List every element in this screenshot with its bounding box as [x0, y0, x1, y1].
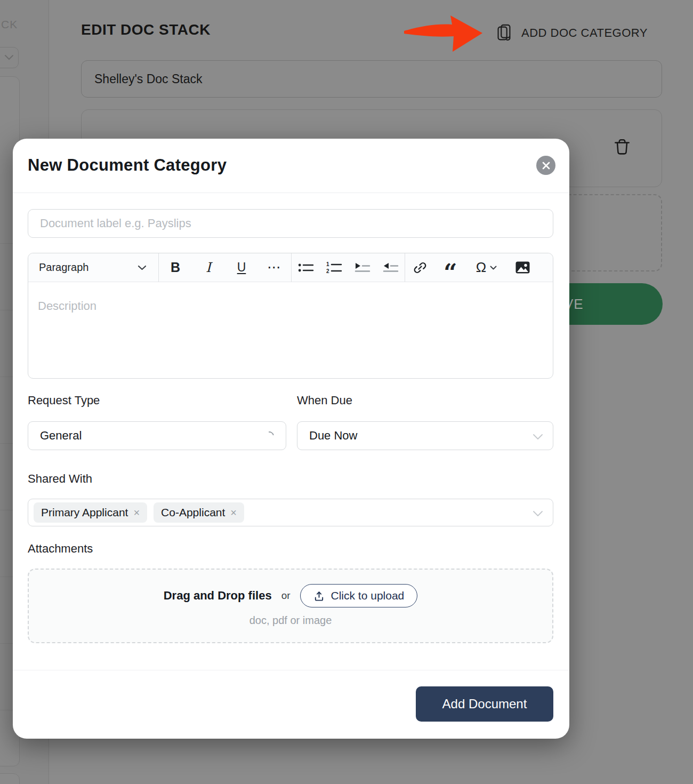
chevron-down-icon	[4, 54, 14, 60]
divider	[13, 670, 569, 670]
insert-image-button[interactable]	[506, 253, 538, 282]
indent-button[interactable]	[348, 253, 376, 282]
or-text: or	[281, 590, 291, 602]
page-root: CK EDIT DOC STACK ADD DOC CATEGORY Shell…	[0, 0, 693, 784]
dropzone-row: Drag and Drop files or Click to upload	[29, 583, 552, 608]
bullet-list-icon	[298, 262, 314, 274]
annotation-arrow-icon	[403, 13, 484, 54]
add-doc-category-button[interactable]: ADD DOC CATEGORY	[494, 22, 648, 44]
sidebar-select-partial[interactable]	[0, 47, 19, 68]
svg-text:2: 2	[326, 268, 329, 274]
sidebar-panel	[0, 773, 20, 784]
italic-button[interactable]: I	[192, 253, 225, 282]
shared-tag-label: Co-Applicant	[161, 506, 225, 519]
close-icon	[542, 162, 550, 170]
click-to-upload-label: Click to upload	[331, 589, 405, 602]
copy-doc-icon	[494, 22, 514, 44]
modal-title: New Document Category	[28, 156, 227, 175]
attachments-label: Attachments	[28, 542, 93, 556]
chevron-down-icon	[533, 510, 543, 517]
indent-icon	[354, 262, 370, 273]
request-type-select[interactable]: General	[28, 421, 286, 450]
shared-with-label: Shared With	[28, 472, 92, 486]
drag-drop-text: Drag and Drop files	[164, 589, 272, 603]
trash-icon[interactable]	[613, 138, 632, 157]
click-to-upload-button[interactable]: Click to upload	[300, 584, 418, 607]
document-label-input[interactable]	[28, 209, 553, 238]
doc-stack-name-input[interactable]: Shelley's Doc Stack	[81, 60, 662, 98]
link-button[interactable]	[405, 253, 434, 282]
add-doc-category-label: ADD DOC CATEGORY	[521, 26, 648, 40]
bold-button[interactable]: B	[159, 253, 192, 282]
link-icon	[413, 260, 428, 275]
image-icon	[515, 261, 530, 274]
numbered-list-icon: 1 2	[326, 261, 342, 274]
loading-spinner-icon	[263, 430, 276, 443]
when-due-value: Due Now	[309, 429, 357, 443]
description-placeholder: Description	[38, 299, 96, 313]
when-due-select[interactable]: Due Now	[297, 421, 553, 450]
special-character-button[interactable]: Ω	[466, 253, 506, 282]
add-document-button[interactable]: Add Document	[416, 686, 553, 722]
file-types-hint: doc, pdf or image	[29, 614, 552, 627]
description-textarea[interactable]: Description	[28, 282, 553, 379]
chevron-down-icon	[138, 265, 147, 270]
shared-with-select[interactable]: Primary Applicant × Co-Applicant ×	[28, 499, 553, 526]
doc-stack-name-value: Shelley's Doc Stack	[94, 72, 203, 86]
divider	[13, 193, 569, 193]
numbered-list-button[interactable]: 1 2	[320, 253, 348, 282]
request-type-label: Request Type	[28, 394, 100, 407]
page-title: EDIT DOC STACK	[81, 21, 211, 38]
request-type-value: General	[40, 429, 82, 443]
bullet-list-button[interactable]	[292, 253, 320, 282]
shared-tag: Co-Applicant ×	[154, 502, 244, 523]
outdent-button[interactable]	[376, 253, 405, 282]
underline-button[interactable]: U	[225, 253, 258, 282]
when-due-label: When Due	[297, 394, 352, 407]
remove-tag-icon[interactable]: ×	[133, 507, 140, 518]
omega-icon: Ω	[476, 259, 486, 276]
more-formatting-button[interactable]: ⋯	[258, 253, 291, 282]
back-link-partial[interactable]: CK	[1, 18, 18, 31]
shared-tag: Primary Applicant ×	[34, 502, 147, 523]
chevron-down-icon	[490, 266, 497, 270]
svg-text:1: 1	[326, 261, 329, 267]
upload-icon	[313, 590, 325, 602]
shared-tag-label: Primary Applicant	[41, 506, 128, 519]
close-button[interactable]	[536, 156, 555, 175]
outdent-icon	[383, 262, 399, 273]
new-document-category-modal: New Document Category Paragraph B I U ⋯	[13, 139, 569, 739]
paragraph-style-dropdown[interactable]: Paragraph	[28, 253, 158, 282]
description-editor: Paragraph B I U ⋯ 1	[28, 253, 553, 379]
paragraph-style-label: Paragraph	[39, 261, 88, 274]
attachments-dropzone[interactable]: Drag and Drop files or Click to upload d…	[28, 569, 553, 643]
chevron-down-icon	[533, 434, 543, 440]
blockquote-button[interactable]: “	[434, 259, 466, 287]
remove-tag-icon[interactable]: ×	[230, 507, 237, 518]
editor-toolbar: Paragraph B I U ⋯ 1	[28, 253, 553, 282]
